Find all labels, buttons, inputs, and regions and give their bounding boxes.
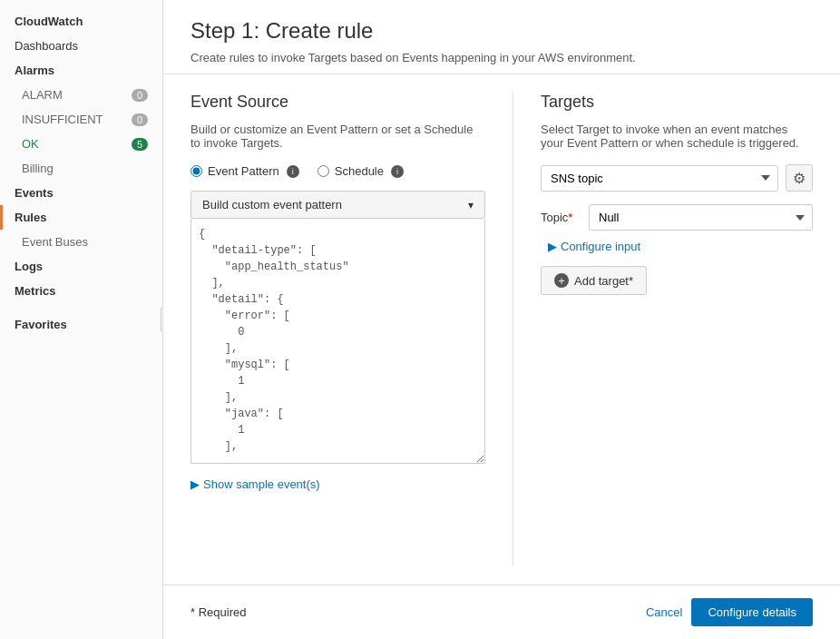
show-sample-events[interactable]: ▶ Show sample event(s) (190, 477, 485, 491)
configure-input-label: Configure input (561, 240, 640, 253)
event-source-title: Event Source (190, 93, 485, 112)
sidebar-item-favorites[interactable]: Favorites (0, 312, 162, 337)
sidebar-item-ok[interactable]: OK 5 (0, 132, 162, 156)
service-select[interactable]: SNS topic Lambda function SQS queue EC2 … (541, 165, 778, 192)
alarm-badge: 0 (132, 89, 148, 102)
schedule-info-icon[interactable]: i (391, 165, 404, 178)
targets-title: Targets (541, 93, 813, 112)
dropdown-label: Build custom event pattern (202, 198, 342, 211)
sidebar-item-event-buses[interactable]: Event Buses (0, 230, 162, 254)
insufficient-badge: 0 (132, 113, 148, 126)
main-content: Step 1: Create rule Create rules to invo… (163, 0, 840, 639)
event-pattern-label: Event Pattern (208, 164, 279, 178)
event-pattern-option[interactable]: Event Pattern i (190, 164, 299, 178)
event-pattern-info-icon[interactable]: i (287, 165, 299, 178)
event-source-description: Build or customize an Event Pattern or s… (190, 123, 485, 150)
footer-actions: Cancel Configure details (646, 598, 813, 626)
sidebar-item-alarms[interactable]: Alarms (0, 58, 162, 83)
page-header: Step 1: Create rule Create rules to invo… (163, 0, 840, 74)
sidebar-item-logs[interactable]: Logs (0, 254, 162, 279)
sidebar-item-alarm[interactable]: ALARM 0 (0, 83, 162, 107)
sidebar-item-events[interactable]: Events (0, 181, 162, 205)
topic-select[interactable]: Null Option1 Option2 (589, 204, 813, 231)
build-custom-pattern-dropdown[interactable]: Build custom event pattern (190, 191, 485, 219)
service-gear-button[interactable]: ⚙ (786, 164, 813, 192)
event-source-panel: Event Source Build or customize an Event… (190, 93, 485, 566)
add-target-button[interactable]: + Add target* (541, 266, 647, 295)
topic-label: Topic* (541, 211, 581, 224)
sidebar-item-billing[interactable]: Billing (0, 156, 162, 181)
sidebar-item-insufficient[interactable]: INSUFFICIENT 0 (0, 107, 162, 132)
gear-icon: ⚙ (793, 170, 806, 187)
page-subtitle: Create rules to invoke Targets based on … (190, 51, 813, 64)
cancel-button[interactable]: Cancel (646, 605, 682, 619)
event-pattern-editor[interactable]: { "detail-type": [ "app_health_status" ]… (190, 219, 485, 464)
sidebar-item-cloudwatch[interactable]: CloudWatch (0, 9, 162, 34)
schedule-option[interactable]: Schedule i (317, 164, 404, 178)
required-note: * Required (190, 605, 246, 619)
ok-badge: 5 (132, 138, 148, 151)
event-pattern-radio[interactable] (190, 165, 202, 177)
panel-divider (513, 93, 513, 566)
page-title: Step 1: Create rule (190, 18, 813, 44)
schedule-radio[interactable] (317, 165, 329, 177)
sidebar-item-metrics[interactable]: Metrics (0, 279, 162, 303)
add-target-label: Add target* (574, 274, 633, 288)
sidebar-item-dashboards[interactable]: Dashboards (0, 34, 162, 58)
targets-description: Select Target to invoke when an event ma… (541, 123, 813, 150)
topic-field-row: Topic* Null Option1 Option2 (541, 204, 813, 231)
show-sample-label: Show sample event(s) (203, 477, 320, 491)
content-area: Event Source Build or customize an Event… (163, 74, 840, 585)
event-pattern-radio-group: Event Pattern i Schedule i (190, 164, 485, 178)
configure-input-link[interactable]: ▶ Configure input (548, 240, 813, 253)
sidebar-collapse-button[interactable]: ◀ (161, 307, 163, 332)
sidebar-item-rules[interactable]: Rules (0, 205, 162, 230)
page-footer: * Required Cancel Configure details (163, 585, 840, 639)
sidebar: ◀ CloudWatch Dashboards Alarms ALARM 0 I… (0, 0, 163, 639)
targets-panel: Targets Select Target to invoke when an … (541, 93, 813, 566)
service-select-row: SNS topic Lambda function SQS queue EC2 … (541, 164, 813, 192)
configure-details-button[interactable]: Configure details (691, 598, 813, 626)
triangle-icon: ▶ (190, 477, 200, 491)
schedule-label: Schedule (335, 164, 384, 178)
triangle-right-icon: ▶ (548, 240, 557, 253)
add-icon: + (554, 273, 569, 288)
chevron-down-icon (468, 198, 474, 211)
